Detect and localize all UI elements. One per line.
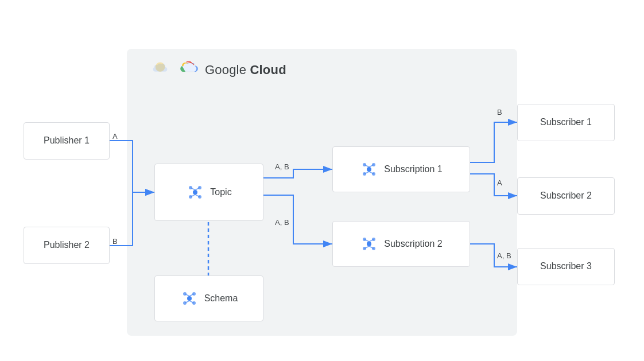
sub1-icon xyxy=(360,160,378,178)
schema-box: Schema xyxy=(154,275,263,321)
publisher1-label: Publisher 1 xyxy=(44,135,90,146)
gc-cloud-icon xyxy=(176,60,199,80)
publisher2-box: Publisher 2 xyxy=(24,227,110,264)
subscriber2-label: Subscriber 2 xyxy=(540,191,592,201)
sub2-icon xyxy=(360,235,378,253)
subscriber2-box: Subscriber 2 xyxy=(517,177,615,215)
publisher1-box: Publisher 1 xyxy=(24,122,110,160)
topic-label: Topic xyxy=(210,187,231,197)
subscription2-label: Subscription 2 xyxy=(384,239,442,249)
svg-point-3 xyxy=(193,190,197,195)
svg-point-21 xyxy=(367,167,371,172)
gc-logo-icon xyxy=(150,61,170,79)
topic-box: Topic xyxy=(154,164,263,221)
diagram-container: Google Cloud A B A, B A, B B A xyxy=(12,14,632,347)
subscriber1-box: Subscriber 1 xyxy=(517,104,615,141)
subscription1-box: Subscription 1 xyxy=(332,146,470,192)
schema-label: Schema xyxy=(204,293,238,304)
subscriber3-label: Subscriber 3 xyxy=(540,261,592,271)
svg-point-30 xyxy=(367,242,371,246)
gc-logo-text: Google Cloud xyxy=(205,63,286,77)
label-pub1-topic: A xyxy=(112,132,118,141)
schema-icon xyxy=(180,289,199,308)
label-pub2-topic: B xyxy=(112,237,118,246)
subscriber3-box: Subscriber 3 xyxy=(517,248,615,285)
subscription1-label: Subscription 1 xyxy=(384,164,442,174)
svg-point-12 xyxy=(187,296,192,301)
gc-logo: Google Cloud xyxy=(150,60,286,80)
topic-icon xyxy=(186,183,204,201)
subscription2-box: Subscription 2 xyxy=(332,221,470,267)
publisher2-label: Publisher 2 xyxy=(44,240,90,250)
subscriber1-label: Subscriber 1 xyxy=(540,117,592,127)
